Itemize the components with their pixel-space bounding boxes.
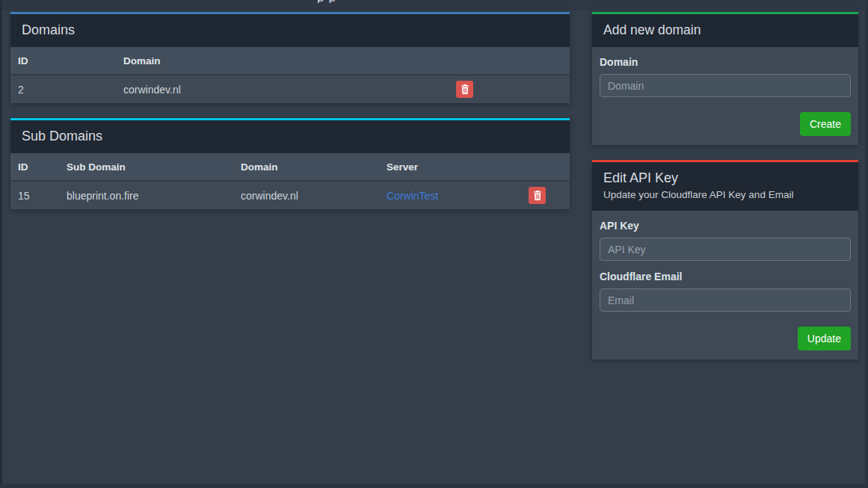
- subdomains-panel-header: Sub Domains: [10, 120, 570, 153]
- edit-api-key-panel-header: Edit API Key Update your Cloudflare API …: [592, 162, 858, 211]
- domains-col-domain: Domain: [116, 47, 449, 75]
- domains-table-header-row: ID Domain: [10, 47, 570, 75]
- main-column: Domains ID Domain 2 corwindev.nl: [10, 12, 570, 224]
- subdomains-col-id: ID: [10, 153, 59, 181]
- update-button[interactable]: Update: [798, 327, 851, 350]
- subdomains-col-subdomain: Sub Domain: [59, 153, 233, 181]
- table-row: 15 blueprint.on.fire corwindev.nl Corwin…: [10, 181, 570, 209]
- domains-table: ID Domain 2 corwindev.nl: [10, 47, 570, 103]
- subdomain-server-cell: CorwinTest: [379, 181, 521, 209]
- add-domain-panel: Add new domain Domain Create: [592, 12, 858, 145]
- window-bottom-edge: [0, 484, 868, 488]
- edit-api-key-panel: Edit API Key Update your Cloudflare API …: [592, 160, 858, 359]
- delete-subdomain-button[interactable]: [529, 187, 546, 204]
- subdomains-panel-title: Sub Domains: [22, 128, 558, 145]
- domains-panel-title: Domains: [22, 22, 558, 39]
- cloudflare-email-field-label: Cloudflare Email: [600, 271, 851, 282]
- delete-domain-button[interactable]: [456, 81, 473, 98]
- subdomains-panel: Sub Domains ID Sub Domain Domain Server …: [10, 118, 570, 209]
- api-key-input[interactable]: [600, 238, 851, 261]
- edit-api-key-panel-subtitle: Update your Cloudflare API Key and Email: [603, 189, 847, 200]
- subdomains-col-actions: [521, 153, 570, 181]
- add-domain-panel-title: Add new domain: [603, 22, 847, 39]
- subdomains-table-header-row: ID Sub Domain Domain Server: [10, 153, 570, 181]
- subdomains-table: ID Sub Domain Domain Server 15 blueprint…: [10, 153, 570, 209]
- window-right-edge: [865, 0, 868, 488]
- api-key-field-label: API Key: [600, 220, 851, 232]
- side-column: Add new domain Domain Create Edit API Ke…: [592, 12, 858, 374]
- add-domain-panel-header: Add new domain: [592, 14, 858, 47]
- subdomain-id-cell: 15: [10, 181, 59, 209]
- create-button[interactable]: Create: [800, 112, 851, 136]
- subdomain-domain-cell: corwindev.nl: [233, 181, 379, 209]
- domain-name-cell: corwindev.nl: [116, 75, 449, 103]
- domain-field-label: Domain: [600, 56, 851, 68]
- domains-col-id: ID: [10, 47, 116, 75]
- cloudflare-email-input[interactable]: [600, 288, 851, 312]
- edit-api-key-panel-title: Edit API Key: [603, 170, 847, 187]
- domains-col-actions: [449, 47, 570, 75]
- trash-icon: [461, 84, 470, 94]
- top-page-band: [0, 0, 868, 10]
- domain-input[interactable]: [600, 74, 851, 97]
- clipped-page-title: pp: [317, 0, 362, 3]
- subdomain-name-cell: blueprint.on.fire: [59, 181, 233, 209]
- domain-id-cell: 2: [10, 75, 116, 103]
- domains-panel: Domains ID Domain 2 corwindev.nl: [10, 12, 570, 103]
- subdomains-col-server: Server: [379, 153, 521, 181]
- subdomains-col-domain: Domain: [233, 153, 379, 181]
- window-left-edge: [0, 0, 2, 488]
- domains-panel-header: Domains: [10, 14, 570, 47]
- table-row: 2 corwindev.nl: [10, 75, 570, 103]
- trash-icon: [533, 191, 542, 200]
- server-link[interactable]: CorwinTest: [387, 190, 438, 202]
